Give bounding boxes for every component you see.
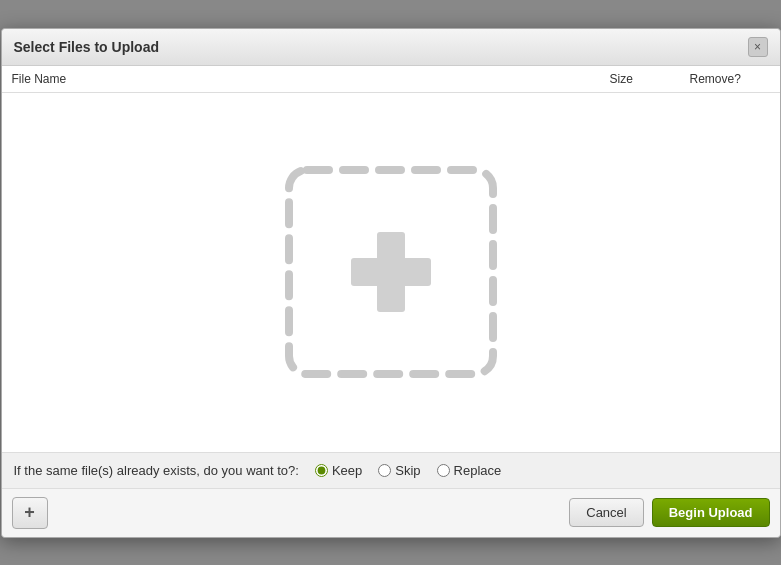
option-replace[interactable]: Replace <box>437 463 502 478</box>
begin-upload-button[interactable]: Begin Upload <box>652 498 770 527</box>
drop-icon <box>281 162 501 382</box>
conflict-question: If the same file(s) already exists, do y… <box>14 463 299 478</box>
plus-vertical <box>377 232 405 312</box>
footer-options: If the same file(s) already exists, do y… <box>2 453 780 489</box>
table-header: File Name Size Remove? <box>2 66 780 93</box>
footer-right-buttons: Cancel Begin Upload <box>569 498 769 527</box>
drop-zone[interactable] <box>2 93 780 453</box>
close-button[interactable]: × <box>748 37 768 57</box>
col-remove-header: Remove? <box>690 72 770 86</box>
cancel-button[interactable]: Cancel <box>569 498 643 527</box>
option-skip-label: Skip <box>395 463 420 478</box>
dialog-titlebar: Select Files to Upload × <box>2 29 780 66</box>
col-size-header: Size <box>610 72 690 86</box>
dialog-title: Select Files to Upload <box>14 39 159 55</box>
upload-dialog: Select Files to Upload × File Name Size … <box>1 28 781 538</box>
col-filename-header: File Name <box>12 72 610 86</box>
add-files-button[interactable]: + <box>12 497 48 529</box>
radio-skip[interactable] <box>378 464 391 477</box>
option-skip[interactable]: Skip <box>378 463 420 478</box>
plus-sign <box>351 232 431 312</box>
radio-replace[interactable] <box>437 464 450 477</box>
option-keep-label: Keep <box>332 463 362 478</box>
dialog-footer: + Cancel Begin Upload <box>2 489 780 537</box>
radio-keep[interactable] <box>315 464 328 477</box>
option-replace-label: Replace <box>454 463 502 478</box>
option-keep[interactable]: Keep <box>315 463 362 478</box>
